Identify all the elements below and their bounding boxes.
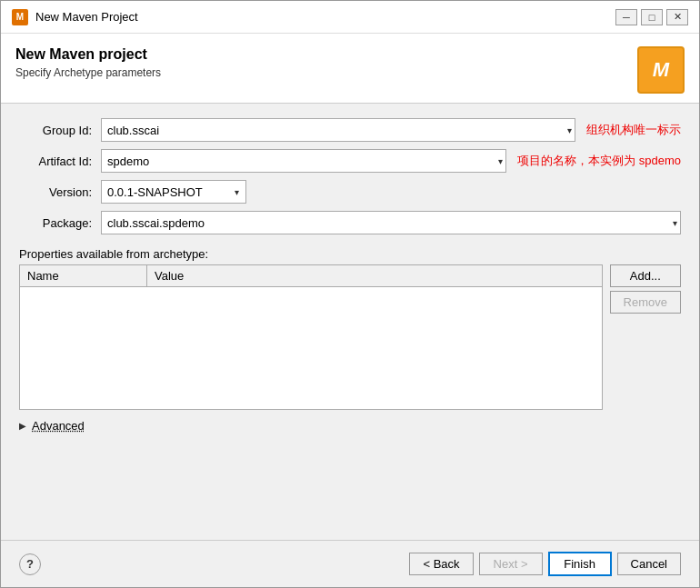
- table-buttons: Add... Remove: [610, 264, 681, 410]
- properties-table: Name Value: [19, 264, 603, 410]
- artifact-id-input[interactable]: [101, 149, 506, 173]
- table-header: Name Value: [20, 265, 602, 287]
- cancel-button[interactable]: Cancel: [617, 553, 681, 575]
- maven-icon: M: [12, 9, 28, 25]
- name-column-header: Name: [20, 265, 147, 286]
- header-title: New Maven project: [15, 46, 161, 63]
- value-column-header: Value: [147, 265, 602, 286]
- group-id-label: Group Id:: [19, 124, 101, 137]
- version-select[interactable]: 0.0.1-SNAPSHOT: [101, 180, 246, 204]
- form-content: Group Id: ▾ 组织机构唯一标示 Artifact Id: ▾ 项目的名…: [1, 104, 699, 540]
- dialog-window: M New Maven Project ─ □ ✕ New Maven proj…: [0, 0, 700, 588]
- footer-right: < Back Next > Finish Cancel: [409, 552, 681, 576]
- footer-left: ?: [19, 553, 41, 575]
- title-bar: M New Maven Project ─ □ ✕: [1, 1, 699, 34]
- version-row: Version: 0.0.1-SNAPSHOT ▾: [19, 180, 681, 204]
- title-bar-title: New Maven Project: [35, 10, 138, 24]
- back-button[interactable]: < Back: [409, 553, 473, 575]
- group-id-input[interactable]: [101, 118, 575, 142]
- footer: ? < Back Next > Finish Cancel: [1, 541, 699, 587]
- artifact-id-row: Artifact Id: ▾ 项目的名称，本实例为 spdemo: [19, 149, 681, 173]
- table-body: [20, 287, 602, 409]
- artifact-id-annotation: 项目的名称，本实例为 spdemo: [517, 153, 681, 169]
- group-id-annotation: 组织机构唯一标示: [586, 122, 681, 138]
- advanced-section[interactable]: ▶ Advanced: [19, 419, 681, 433]
- header-section: New Maven project Specify Archetype para…: [1, 34, 699, 104]
- help-button[interactable]: ?: [19, 553, 41, 575]
- properties-table-wrapper: Name Value Add... Remove: [19, 264, 681, 410]
- group-id-row: Group Id: ▾ 组织机构唯一标示: [19, 118, 681, 142]
- package-wrapper: ▾: [101, 211, 681, 234]
- package-row: Package: ▾: [19, 211, 681, 234]
- group-id-wrapper: ▾: [101, 118, 575, 142]
- package-label: Package:: [19, 216, 101, 230]
- title-bar-left: M New Maven Project: [12, 9, 138, 25]
- add-button[interactable]: Add...: [610, 264, 681, 287]
- header-subtitle: Specify Archetype parameters: [15, 66, 161, 79]
- finish-button[interactable]: Finish: [548, 552, 612, 576]
- advanced-label: Advanced: [32, 419, 85, 433]
- maximize-button[interactable]: □: [641, 9, 663, 25]
- properties-label: Properties available from archetype:: [19, 247, 681, 261]
- properties-section: Properties available from archetype: Nam…: [19, 247, 681, 410]
- close-button[interactable]: ✕: [666, 9, 688, 25]
- minimize-button[interactable]: ─: [615, 9, 637, 25]
- artifact-id-wrapper: ▾: [101, 149, 506, 173]
- remove-button[interactable]: Remove: [610, 291, 681, 314]
- title-bar-controls: ─ □ ✕: [615, 9, 688, 25]
- package-input[interactable]: [101, 211, 681, 234]
- header-logo: M: [637, 46, 685, 94]
- advanced-arrow-icon: ▶: [19, 421, 26, 431]
- artifact-id-label: Artifact Id:: [19, 154, 101, 168]
- header-text: New Maven project Specify Archetype para…: [15, 46, 161, 79]
- next-button[interactable]: Next >: [479, 553, 543, 575]
- version-wrapper: 0.0.1-SNAPSHOT ▾: [101, 180, 246, 204]
- version-label: Version:: [19, 185, 101, 199]
